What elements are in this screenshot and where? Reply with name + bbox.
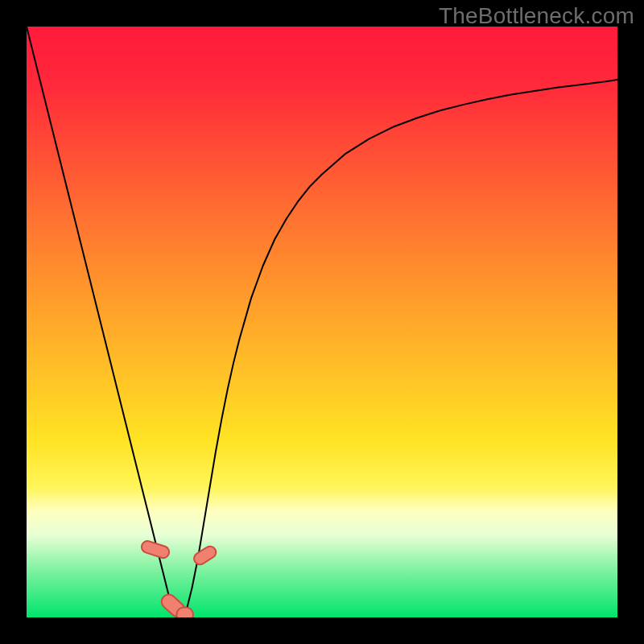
chart-frame: TheBottleneck.com bbox=[0, 0, 644, 644]
svg-rect-2 bbox=[176, 608, 193, 617]
chart-background bbox=[27, 27, 617, 617]
marker-2 bbox=[176, 608, 193, 617]
watermark-text: TheBottleneck.com bbox=[439, 3, 634, 29]
plot-area bbox=[27, 27, 617, 617]
chart-svg bbox=[27, 27, 617, 617]
